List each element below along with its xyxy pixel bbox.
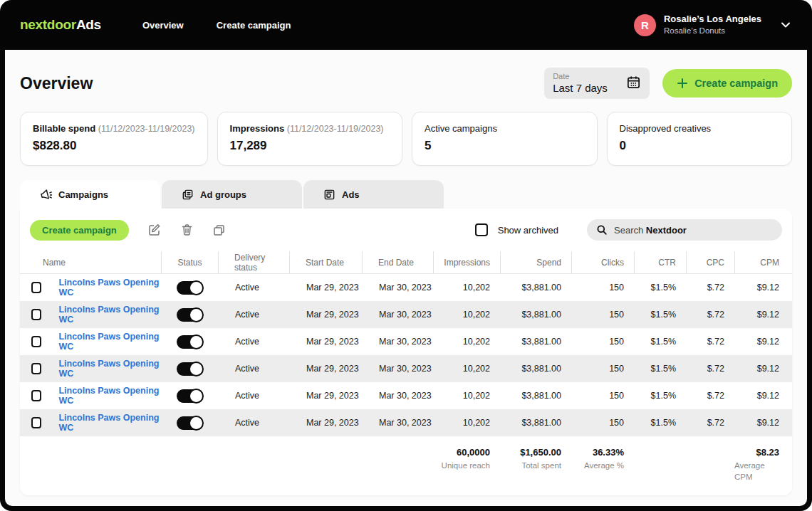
campaign-name-link[interactable]: Lincolns Paws Opening WC (58, 278, 161, 297)
calendar-icon (626, 75, 641, 93)
clicks-cell: 150 (571, 355, 634, 382)
search-input[interactable]: Search Nextdoor (587, 219, 782, 241)
ctr-cell: $1.5% (634, 274, 686, 301)
table-tabs: Campaigns Ad groups (20, 180, 792, 209)
start-date-cell: Mar 29, 2023 (289, 328, 362, 355)
row-checkbox[interactable] (31, 336, 41, 347)
cpc-cell: $.72 (686, 274, 734, 301)
date-filter-value: Last 7 days (553, 82, 608, 95)
clicks-cell: 150 (571, 328, 634, 355)
cpm-cell: $9.12 (734, 328, 792, 355)
toggle-knob (189, 280, 204, 295)
campaign-name-link[interactable]: Lincolns Paws Opening WC (58, 332, 161, 352)
column-header-spend[interactable]: Spend (500, 251, 571, 273)
campaign-name-link[interactable]: Lincolns Paws Opening WC (58, 305, 161, 325)
account-menu[interactable]: R Rosalie’s Los Angeles Rosalie’s Donuts (634, 13, 792, 36)
tab-ads[interactable]: Ads (303, 180, 444, 209)
nav-overview[interactable]: Overview (142, 20, 184, 31)
ctr-cell: $1.5% (634, 301, 686, 328)
row-checkbox[interactable] (31, 417, 41, 428)
create-campaign-button[interactable]: Create campaign (662, 69, 792, 98)
column-header-end-date[interactable]: End Date (362, 251, 433, 273)
campaign-name-link[interactable]: Lincolns Paws Opening WC (58, 386, 161, 406)
column-header-cpc[interactable]: CPC (686, 251, 734, 273)
stat-value: 5 (425, 139, 584, 153)
toggle-knob (189, 416, 204, 431)
table-toolbar: Create campaign (20, 209, 792, 251)
campaign-name-link[interactable]: Lincolns Paws Opening WC (58, 359, 161, 379)
end-date-cell: Mar 30, 2023 (362, 301, 433, 328)
row-checkbox[interactable] (31, 390, 41, 401)
stat-card-active-campaigns: Active campaigns 5 (412, 112, 597, 166)
clicks-cell: 150 (571, 274, 634, 301)
total-unique-reach: 60,0000 Unique reach (433, 446, 500, 483)
column-header-status[interactable]: Status (161, 251, 218, 273)
table-totals: 60,0000 Unique reach $1,650.00 Total spe… (20, 436, 792, 495)
impressions-cell: 10,202 (433, 409, 500, 436)
column-header-clicks[interactable]: Clicks (571, 251, 634, 273)
chevron-down-icon[interactable] (779, 19, 792, 31)
table-row: Lincolns Paws Opening WC Active Mar 29, … (20, 328, 792, 355)
row-checkbox[interactable] (31, 309, 41, 320)
search-icon (596, 224, 608, 236)
column-header-ctr[interactable]: CTR (634, 251, 686, 273)
create-campaign-toolbar-button[interactable]: Create campaign (30, 220, 129, 241)
table-header: Name Status Delivery status Start Date E… (20, 251, 792, 274)
column-header-impressions[interactable]: Impressions (433, 251, 500, 273)
edit-icon[interactable] (147, 223, 162, 237)
trash-icon[interactable] (180, 223, 194, 237)
spend-cell: $3,881.00 (500, 328, 571, 355)
impressions-cell: 10,202 (433, 274, 500, 301)
show-archived-checkbox[interactable] (475, 223, 488, 236)
total-label: Unique reach (442, 460, 490, 471)
spend-cell: $3,881.00 (500, 274, 571, 301)
status-toggle[interactable] (177, 362, 203, 376)
row-checkbox[interactable] (31, 363, 41, 374)
start-date-cell: Mar 29, 2023 (289, 382, 362, 409)
start-date-cell: Mar 29, 2023 (289, 409, 362, 436)
campaign-name-link[interactable]: Lincolns Paws Opening WC (58, 413, 161, 433)
stat-date-range: (11/12/2023-11/19/2023) (287, 124, 384, 134)
tab-label: Campaigns (58, 189, 108, 200)
show-archived-control[interactable]: Show archived (475, 223, 558, 236)
logo-nextdoor: nextdoor (20, 17, 76, 32)
tab-label: Ads (342, 189, 360, 200)
date-filter[interactable]: Date Last 7 days (544, 68, 650, 99)
total-average-cpm: $8.23 Average CPM (734, 446, 792, 483)
search-placeholder: Search (614, 225, 643, 236)
status-toggle[interactable] (177, 281, 203, 295)
spend-cell: $3,881.00 (500, 355, 571, 382)
status-toggle[interactable] (177, 335, 203, 349)
nav-create-campaign[interactable]: Create campaign (217, 20, 291, 31)
cpc-cell: $.72 (686, 301, 734, 328)
stat-card-billable-spend: Billable spend (11/12/2023-11/19/2023) $… (20, 112, 208, 166)
table-row: Lincolns Paws Opening WC Active Mar 29, … (20, 382, 792, 409)
stat-card-disapproved-creatives: Disapproved creatives 0 (607, 112, 792, 166)
impressions-cell: 10,202 (433, 301, 500, 328)
cpm-cell: $9.12 (734, 274, 792, 301)
table-row: Lincolns Paws Opening WC Active Mar 29, … (20, 409, 792, 436)
total-spent: $1,650.00 Total spent (500, 446, 571, 483)
duplicate-icon[interactable] (212, 223, 226, 237)
delivery-status-cell: Active (218, 328, 289, 355)
tab-ad-groups[interactable]: Ad groups (162, 180, 302, 209)
delivery-status-cell: Active (218, 301, 289, 328)
total-label: Average % (584, 460, 624, 471)
account-business: Rosalie’s Donuts (664, 26, 761, 37)
column-header-name[interactable]: Name (20, 251, 161, 273)
table-body: Lincolns Paws Opening WC Active Mar 29, … (20, 274, 792, 436)
nextdoor-ads-logo[interactable]: nextdoorAds (20, 17, 101, 33)
status-toggle[interactable] (177, 416, 203, 430)
stat-card-impressions: Impressions (11/12/2023-11/19/2023) 17,2… (217, 112, 402, 166)
row-checkbox[interactable] (31, 282, 41, 293)
status-toggle[interactable] (177, 308, 203, 322)
spend-cell: $3,881.00 (500, 409, 571, 436)
column-header-start-date[interactable]: Start Date (289, 251, 362, 273)
campaigns-panel: Create campaign (20, 209, 792, 495)
status-toggle[interactable] (177, 389, 203, 403)
end-date-cell: Mar 30, 2023 (362, 274, 433, 301)
tab-campaigns[interactable]: Campaigns (20, 180, 160, 209)
start-date-cell: Mar 29, 2023 (289, 274, 362, 301)
column-header-delivery-status[interactable]: Delivery status (218, 251, 289, 273)
column-header-cpm[interactable]: CPM (734, 251, 792, 273)
